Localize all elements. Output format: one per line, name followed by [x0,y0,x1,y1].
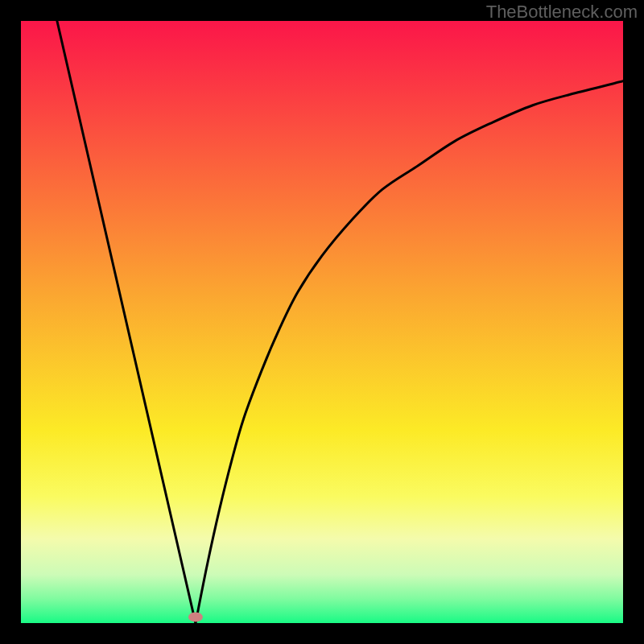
minimum-marker [188,613,203,622]
gradient-background [21,21,623,623]
watermark-text: TheBottleneck.com [486,2,638,23]
plot-area [21,21,623,623]
chart-frame: TheBottleneck.com [0,0,644,644]
bottleneck-curve-chart [21,21,623,623]
